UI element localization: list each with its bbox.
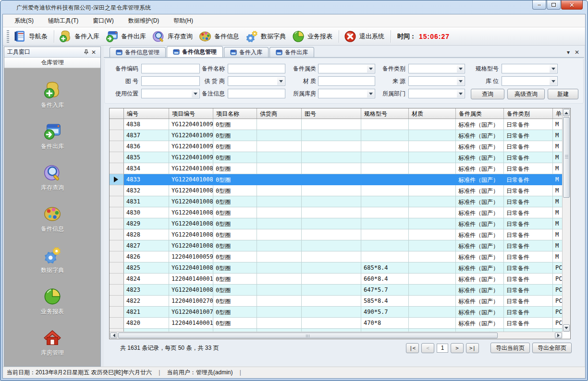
toolbar-button-2[interactable]: 备件出库	[103, 28, 150, 45]
minimize-button[interactable]	[532, 0, 546, 10]
table-row-9[interactable]: 4829YG122040100840型圈标准件（国产）日常备件M	[110, 218, 563, 229]
chevron-down-icon[interactable]	[550, 65, 557, 72]
page-number-input[interactable]: 1	[437, 344, 448, 353]
toolbar-button-7[interactable]: 退出系统	[342, 28, 388, 45]
new-button[interactable]: 新建	[548, 89, 578, 99]
field-combo-10[interactable]	[141, 89, 200, 98]
column-header-10[interactable]: 单位	[553, 108, 563, 119]
tool-window-close-icon[interactable]: ✕	[90, 48, 98, 56]
horizontal-scrollbar-thumb[interactable]	[118, 333, 498, 338]
vertical-scrollbar-thumb[interactable]	[563, 117, 570, 198]
sidebar-item-4[interactable]: 数据字典	[4, 246, 100, 274]
toolbar-button-5[interactable]: 数据字典	[243, 28, 290, 45]
pin-icon[interactable]	[82, 48, 90, 56]
field-combo-9[interactable]	[502, 76, 558, 86]
row-indicator[interactable]	[110, 130, 124, 141]
row-indicator[interactable]	[110, 296, 124, 307]
table-row-17[interactable]: 4821YG122040100790型圈490*5.7标准件（国产）日常备件PC	[110, 307, 563, 318]
table-row-14[interactable]: 482412204014000120型圈660*8.4标准件（国产）日常备件PC	[110, 274, 563, 285]
maximize-button[interactable]	[547, 0, 561, 10]
row-indicator[interactable]	[110, 196, 124, 207]
table-row-5[interactable]: 4833YG122040100880型圈标准件（国产）日常备件M	[110, 174, 563, 185]
field-input-0[interactable]	[141, 64, 200, 73]
row-indicator[interactable]	[110, 152, 124, 163]
table-row-1[interactable]: 4837YG122040100920型圈标准件（国产）日常备件M	[110, 130, 563, 141]
row-indicator[interactable]	[110, 185, 124, 196]
chevron-down-icon[interactable]	[550, 77, 557, 85]
field-combo-8[interactable]	[408, 76, 465, 86]
toolbar-button-0[interactable]: 导航条	[11, 28, 51, 45]
menu-item-4[interactable]: 帮助(H)	[168, 15, 199, 27]
toolbar-button-1[interactable]: 备件入库	[57, 28, 103, 45]
scroll-down-icon[interactable]	[563, 324, 570, 332]
close-button[interactable]: ✕	[561, 0, 583, 10]
column-header-5[interactable]: 图号	[302, 108, 361, 119]
table-row-6[interactable]: 4832YG122040100870型圈标准件（国产）日常备件M	[110, 185, 563, 196]
tab-list-dropdown-icon[interactable]: ▾	[567, 49, 570, 55]
table-row-10[interactable]: 4828YG122040100830型圈标准件（国产）日常备件M	[110, 229, 563, 240]
row-indicator[interactable]	[110, 274, 124, 285]
row-indicator[interactable]	[110, 318, 124, 329]
export-current-page-button[interactable]: 导出当前页	[490, 343, 530, 353]
sidebar-item-3[interactable]: 备件信息	[4, 204, 100, 233]
chevron-down-icon[interactable]	[457, 90, 464, 97]
row-indicator[interactable]	[110, 229, 124, 240]
field-combo-12[interactable]	[318, 89, 375, 98]
scroll-right-icon[interactable]	[555, 333, 562, 338]
field-input-5[interactable]	[141, 76, 200, 86]
advanced-query-button[interactable]: 高级查询	[507, 89, 545, 99]
field-input-7[interactable]	[318, 76, 375, 86]
table-row-11[interactable]: 4827YG122040100820型圈标准件（国产）日常备件M	[110, 240, 563, 251]
row-indicator[interactable]	[110, 307, 124, 318]
menu-item-3[interactable]: 数据维护(D)	[122, 15, 165, 27]
table-row-7[interactable]: 4831YG122040100860型圈标准件（国产）日常备件M	[110, 196, 563, 207]
toolbar-button-6[interactable]: 业务报表	[290, 28, 336, 45]
sidebar-item-2[interactable]: 库存查询	[4, 163, 100, 192]
column-header-7[interactable]: 材质	[409, 108, 456, 119]
chevron-down-icon[interactable]	[457, 65, 464, 72]
table-row-3[interactable]: 4835YG122040100900型圈标准件（国产）日常备件M	[110, 152, 563, 163]
tab-2[interactable]: 备件入库	[224, 47, 269, 57]
row-indicator[interactable]	[110, 119, 124, 130]
field-combo-2[interactable]	[318, 64, 375, 73]
next-page-button[interactable]: >	[451, 343, 464, 353]
prev-page-button[interactable]: <	[421, 343, 434, 353]
table-row-12[interactable]: 482612204010005990型圈标准件（国产）日常备件M	[110, 251, 563, 262]
table-row-18[interactable]: 482012204014000130型圈470*8标准件（国产）日常备件PC	[110, 318, 563, 329]
horizontal-scrollbar[interactable]	[110, 332, 563, 339]
row-indicator[interactable]	[110, 174, 124, 185]
tab-3[interactable]: 备件出库	[270, 47, 314, 57]
last-page-button[interactable]: >|	[466, 343, 479, 353]
chevron-down-icon[interactable]	[277, 77, 284, 85]
column-header-3[interactable]: 项目名称	[213, 108, 257, 119]
table-row-8[interactable]: 4830YG122040100850型圈标准件（国产）日常备件M	[110, 207, 563, 218]
scroll-up-icon[interactable]	[563, 109, 570, 116]
table-row-0[interactable]: 4838YG122040100930型圈标准件（国产）日常备件M	[110, 119, 563, 130]
field-input-1[interactable]	[228, 64, 285, 73]
field-input-11[interactable]	[228, 89, 285, 98]
row-indicator[interactable]	[110, 251, 124, 262]
sidebar-item-0[interactable]: 备件入库	[4, 81, 100, 109]
tab-close-icon[interactable]: ✕	[575, 49, 579, 55]
field-combo-6[interactable]	[228, 76, 285, 86]
table-row-15[interactable]: 4823YG122040100800型圈647*5.7标准件（国产）日常备件PC	[110, 285, 563, 296]
vertical-scrollbar[interactable]	[562, 108, 570, 332]
menu-item-0[interactable]: 系统(S)	[9, 15, 39, 27]
row-indicator[interactable]	[110, 285, 124, 296]
tab-1[interactable]: 备件信息管理	[167, 46, 223, 57]
tab-0[interactable]: 备件信息管理	[110, 47, 166, 57]
chevron-down-icon[interactable]	[367, 65, 374, 72]
column-header-6[interactable]: 规格型号	[361, 108, 409, 119]
row-indicator[interactable]	[110, 207, 124, 218]
menu-item-1[interactable]: 辅助工具(T)	[42, 15, 84, 27]
field-combo-13[interactable]	[408, 89, 465, 98]
row-indicator[interactable]	[110, 240, 124, 251]
row-indicator[interactable]	[110, 141, 124, 152]
table-row-4[interactable]: 4834YG122040100890型圈标准件（国产）日常备件M	[110, 163, 563, 174]
chevron-down-icon[interactable]	[457, 77, 464, 85]
sidebar-item-5[interactable]: 业务报表	[4, 287, 100, 316]
chevron-down-icon[interactable]	[192, 90, 199, 97]
row-indicator[interactable]	[110, 262, 124, 274]
column-header-1[interactable]: 编号	[124, 108, 169, 119]
sidebar-item-1[interactable]: 备件出库	[4, 122, 100, 151]
